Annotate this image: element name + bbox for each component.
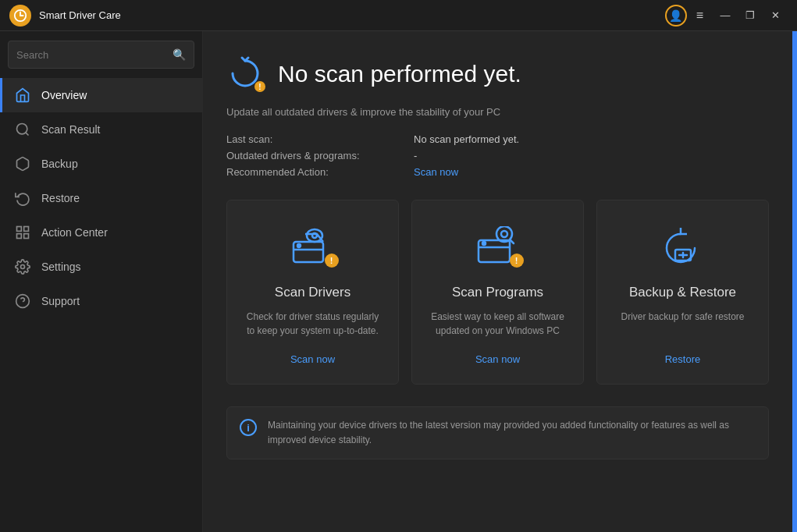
recommended-scan-now-link[interactable]: Scan now	[414, 166, 458, 178]
scan-programs-card: ! Scan Programs Easiest way to keep all …	[411, 200, 584, 385]
sidebar-item-backup-label: Backup	[41, 158, 78, 170]
sidebar-item-action-center-label: Action Center	[41, 226, 108, 239]
search-input[interactable]	[16, 49, 173, 61]
maximize-button[interactable]: ❐	[738, 5, 763, 27]
sidebar-item-restore-label: Restore	[41, 192, 80, 204]
svg-rect-5	[24, 234, 29, 239]
svg-point-11	[297, 244, 301, 247]
scan-programs-link[interactable]: Scan now	[475, 353, 520, 365]
app-title: Smart Driver Care	[39, 9, 665, 21]
last-scan-label: Last scan:	[226, 133, 398, 145]
scan-alert-badge: !	[254, 81, 265, 92]
recommended-label: Recommended Action:	[226, 166, 398, 178]
main-layout: 🔍 Overview Scan Result Backup	[0, 31, 797, 532]
outdated-value: -	[414, 150, 417, 161]
menu-icon[interactable]: ≡	[696, 9, 703, 23]
sidebar: 🔍 Overview Scan Result Backup	[0, 31, 203, 532]
search-icon[interactable]: 🔍	[173, 48, 186, 61]
scan-drivers-desc: Check for driver status regularly to kee…	[243, 310, 382, 338]
scan-programs-desc: Easiest way to keep all software updated…	[428, 310, 568, 338]
scan-programs-alert-badge: !	[510, 254, 524, 268]
feature-cards: ! Scan Drivers Check for driver status r…	[226, 200, 769, 385]
backup-restore-icon	[656, 224, 710, 271]
scan-programs-icon: !	[471, 224, 525, 271]
svg-rect-3	[17, 227, 22, 232]
scan-drivers-card: ! Scan Drivers Check for driver status r…	[226, 200, 399, 385]
last-scan-value: No scan performed yet.	[414, 133, 519, 145]
svg-point-7	[21, 265, 25, 269]
sidebar-item-settings-label: Settings	[41, 261, 81, 273]
svg-point-13	[312, 233, 317, 238]
minimize-button[interactable]: —	[713, 5, 738, 27]
sidebar-item-scan-result[interactable]: Scan Result	[0, 112, 202, 147]
info-table: Last scan: No scan performed yet. Outdat…	[226, 133, 769, 178]
sidebar-item-restore[interactable]: Restore	[0, 181, 202, 215]
info-row-outdated: Outdated drivers & programs: -	[226, 150, 769, 161]
user-avatar[interactable]: 👤	[665, 5, 687, 27]
svg-line-2	[26, 133, 29, 136]
content-subtitle: Update all outdated drivers & improve th…	[226, 106, 769, 118]
scan-programs-title: Scan Programs	[452, 285, 543, 300]
scan-status-icon: !	[226, 55, 265, 94]
scan-drivers-title: Scan Drivers	[275, 285, 350, 300]
close-button[interactable]: ✕	[763, 5, 788, 27]
sidebar-item-backup[interactable]: Backup	[0, 147, 202, 181]
backup-restore-card: Backup & Restore Driver backup for safe …	[596, 200, 769, 385]
info-row-last-scan: Last scan: No scan performed yet.	[226, 133, 769, 145]
info-row-recommended: Recommended Action: Scan now	[226, 166, 769, 178]
app-logo	[9, 5, 31, 27]
backup-restore-desc: Driver backup for safe restore	[621, 310, 744, 338]
sidebar-item-support[interactable]: Support	[0, 284, 202, 318]
info-banner-icon: i	[240, 419, 257, 436]
sidebar-item-settings[interactable]: Settings	[0, 250, 202, 284]
svg-rect-4	[24, 227, 29, 232]
scan-drivers-link[interactable]: Scan now	[290, 353, 335, 365]
right-accent	[792, 31, 797, 532]
backup-restore-link[interactable]: Restore	[665, 353, 701, 365]
svg-point-17	[501, 231, 507, 237]
info-banner-text: Maintaining your device drivers to the l…	[268, 418, 756, 448]
sidebar-item-scan-result-label: Scan Result	[41, 123, 100, 136]
backup-restore-title: Backup & Restore	[629, 285, 736, 300]
svg-rect-6	[17, 234, 22, 239]
search-box[interactable]: 🔍	[8, 41, 194, 69]
svg-point-12	[307, 229, 322, 242]
content-area: ! No scan performed yet. Update all outd…	[203, 31, 792, 532]
info-banner: i Maintaining your device drivers to the…	[226, 406, 769, 459]
content-header: ! No scan performed yet.	[226, 55, 769, 94]
sidebar-item-overview[interactable]: Overview	[0, 78, 202, 112]
title-bar: Smart Driver Care 👤 ≡ — ❐ ✕	[0, 0, 797, 31]
scan-drivers-alert-badge: !	[325, 254, 339, 268]
sidebar-item-overview-label: Overview	[41, 89, 87, 101]
sidebar-item-action-center[interactable]: Action Center	[0, 215, 202, 250]
scan-drivers-icon: !	[286, 224, 340, 271]
svg-point-15	[482, 242, 486, 245]
svg-point-1	[17, 124, 27, 134]
sidebar-item-support-label: Support	[41, 295, 80, 307]
page-title: No scan performed yet.	[278, 61, 521, 87]
outdated-label: Outdated drivers & programs:	[226, 150, 398, 161]
